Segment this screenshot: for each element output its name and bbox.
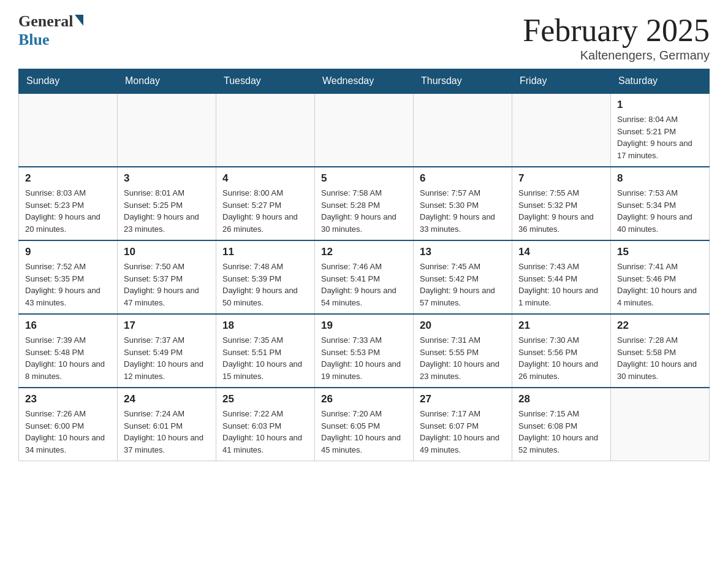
day-info: Sunrise: 7:58 AM Sunset: 5:28 PM Dayligh… [321,187,407,235]
day-number: 22 [617,320,703,332]
weekday-header-monday: Monday [118,69,216,94]
day-number: 23 [25,393,111,405]
calendar-cell: 5Sunrise: 7:58 AM Sunset: 5:28 PM Daylig… [315,167,414,240]
day-number: 10 [124,246,210,258]
calendar-cell: 22Sunrise: 7:28 AM Sunset: 5:58 PM Dayli… [611,314,710,388]
calendar-cell: 14Sunrise: 7:43 AM Sunset: 5:44 PM Dayli… [512,240,611,314]
calendar-cell: 6Sunrise: 7:57 AM Sunset: 5:30 PM Daylig… [414,167,512,240]
page-header: General Blue February 2025 Kaltenengers,… [18,12,710,63]
day-info: Sunrise: 7:57 AM Sunset: 5:30 PM Dayligh… [420,187,506,235]
location-subtitle: Kaltenengers, Germany [523,48,710,63]
day-number: 28 [518,393,604,405]
day-number: 18 [222,320,308,332]
day-number: 14 [518,246,604,258]
day-number: 9 [25,246,111,258]
calendar-cell: 9Sunrise: 7:52 AM Sunset: 5:35 PM Daylig… [19,240,118,314]
day-info: Sunrise: 7:52 AM Sunset: 5:35 PM Dayligh… [25,261,111,308]
day-info: Sunrise: 7:15 AM Sunset: 6:08 PM Dayligh… [518,408,604,456]
calendar-cell: 8Sunrise: 7:53 AM Sunset: 5:34 PM Daylig… [611,167,710,240]
calendar-cell [19,93,118,167]
week-row-5: 23Sunrise: 7:26 AM Sunset: 6:00 PM Dayli… [19,388,710,461]
weekday-header-sunday: Sunday [19,69,118,94]
day-info: Sunrise: 7:31 AM Sunset: 5:55 PM Dayligh… [420,334,506,382]
calendar-cell: 13Sunrise: 7:45 AM Sunset: 5:42 PM Dayli… [414,240,512,314]
day-info: Sunrise: 8:03 AM Sunset: 5:23 PM Dayligh… [25,187,111,235]
day-info: Sunrise: 8:04 AM Sunset: 5:21 PM Dayligh… [617,113,703,161]
calendar-cell: 4Sunrise: 8:00 AM Sunset: 5:27 PM Daylig… [216,167,315,240]
day-number: 16 [25,320,111,332]
calendar-cell [611,388,710,461]
calendar-cell: 24Sunrise: 7:24 AM Sunset: 6:01 PM Dayli… [118,388,216,461]
calendar-cell [315,93,414,167]
day-info: Sunrise: 7:24 AM Sunset: 6:01 PM Dayligh… [124,408,210,456]
day-info: Sunrise: 7:53 AM Sunset: 5:34 PM Dayligh… [617,187,703,235]
calendar-cell: 26Sunrise: 7:20 AM Sunset: 6:05 PM Dayli… [315,388,414,461]
day-info: Sunrise: 7:26 AM Sunset: 6:00 PM Dayligh… [25,408,111,456]
day-number: 5 [321,172,407,185]
day-number: 3 [124,172,210,185]
calendar-cell [512,93,611,167]
weekday-header-wednesday: Wednesday [315,69,414,94]
day-info: Sunrise: 7:55 AM Sunset: 5:32 PM Dayligh… [518,187,604,235]
calendar-cell: 20Sunrise: 7:31 AM Sunset: 5:55 PM Dayli… [414,314,512,388]
day-info: Sunrise: 7:22 AM Sunset: 6:03 PM Dayligh… [222,408,308,456]
calendar-cell: 21Sunrise: 7:30 AM Sunset: 5:56 PM Dayli… [512,314,611,388]
day-number: 17 [124,320,210,332]
day-number: 27 [420,393,506,405]
day-info: Sunrise: 7:41 AM Sunset: 5:46 PM Dayligh… [617,261,703,308]
weekday-header-friday: Friday [512,69,611,94]
calendar-table: SundayMondayTuesdayWednesdayThursdayFrid… [18,69,710,461]
logo-general-text: General [18,12,74,31]
calendar-cell: 27Sunrise: 7:17 AM Sunset: 6:07 PM Dayli… [414,388,512,461]
day-number: 24 [124,393,210,405]
weekday-header-tuesday: Tuesday [216,69,315,94]
logo-arrow-icon [75,15,83,26]
day-number: 4 [222,172,308,185]
day-info: Sunrise: 8:01 AM Sunset: 5:25 PM Dayligh… [124,187,210,235]
day-number: 15 [617,246,703,258]
calendar-cell [216,93,315,167]
day-info: Sunrise: 7:46 AM Sunset: 5:41 PM Dayligh… [321,261,407,308]
weekday-header-thursday: Thursday [414,69,512,94]
day-number: 11 [222,246,308,258]
day-info: Sunrise: 7:39 AM Sunset: 5:48 PM Dayligh… [25,334,111,382]
day-info: Sunrise: 7:45 AM Sunset: 5:42 PM Dayligh… [420,261,506,308]
month-title: February 2025 [523,12,710,48]
day-info: Sunrise: 7:20 AM Sunset: 6:05 PM Dayligh… [321,408,407,456]
calendar-cell [414,93,512,167]
day-number: 13 [420,246,506,258]
day-number: 1 [617,99,703,111]
day-info: Sunrise: 7:33 AM Sunset: 5:53 PM Dayligh… [321,334,407,382]
calendar-cell: 15Sunrise: 7:41 AM Sunset: 5:46 PM Dayli… [611,240,710,314]
day-info: Sunrise: 7:48 AM Sunset: 5:39 PM Dayligh… [222,261,308,308]
weekday-header-row: SundayMondayTuesdayWednesdayThursdayFrid… [19,69,710,94]
calendar-cell [118,93,216,167]
calendar-cell: 12Sunrise: 7:46 AM Sunset: 5:41 PM Dayli… [315,240,414,314]
day-info: Sunrise: 7:30 AM Sunset: 5:56 PM Dayligh… [518,334,604,382]
day-info: Sunrise: 7:28 AM Sunset: 5:58 PM Dayligh… [617,334,703,382]
day-number: 26 [321,393,407,405]
day-info: Sunrise: 7:35 AM Sunset: 5:51 PM Dayligh… [222,334,308,382]
calendar-cell: 16Sunrise: 7:39 AM Sunset: 5:48 PM Dayli… [19,314,118,388]
day-info: Sunrise: 7:37 AM Sunset: 5:49 PM Dayligh… [124,334,210,382]
day-number: 6 [420,172,506,185]
calendar-cell: 7Sunrise: 7:55 AM Sunset: 5:32 PM Daylig… [512,167,611,240]
calendar-cell: 2Sunrise: 8:03 AM Sunset: 5:23 PM Daylig… [19,167,118,240]
day-number: 21 [518,320,604,332]
week-row-3: 9Sunrise: 7:52 AM Sunset: 5:35 PM Daylig… [19,240,710,314]
day-number: 8 [617,172,703,185]
day-number: 19 [321,320,407,332]
weekday-header-saturday: Saturday [611,69,710,94]
day-number: 20 [420,320,506,332]
title-block: February 2025 Kaltenengers, Germany [523,12,710,63]
day-info: Sunrise: 7:43 AM Sunset: 5:44 PM Dayligh… [518,261,604,308]
calendar-cell: 28Sunrise: 7:15 AM Sunset: 6:08 PM Dayli… [512,388,611,461]
day-info: Sunrise: 7:17 AM Sunset: 6:07 PM Dayligh… [420,408,506,456]
day-number: 25 [222,393,308,405]
logo-blue-text: Blue [18,31,50,48]
calendar-cell: 11Sunrise: 7:48 AM Sunset: 5:39 PM Dayli… [216,240,315,314]
calendar-cell: 17Sunrise: 7:37 AM Sunset: 5:49 PM Dayli… [118,314,216,388]
logo: General Blue [18,12,83,49]
day-info: Sunrise: 7:50 AM Sunset: 5:37 PM Dayligh… [124,261,210,308]
calendar-cell: 18Sunrise: 7:35 AM Sunset: 5:51 PM Dayli… [216,314,315,388]
